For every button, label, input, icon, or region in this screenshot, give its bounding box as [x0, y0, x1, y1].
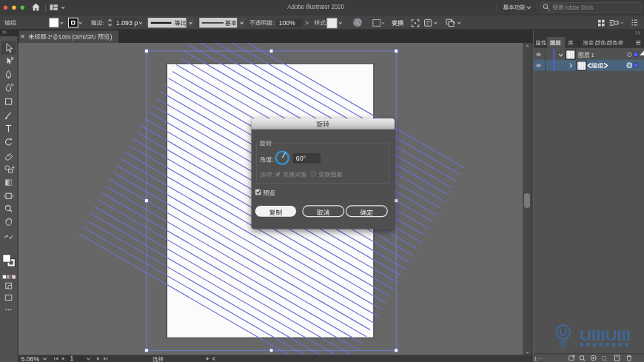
- svg-text:60°: 60°: [296, 155, 306, 162]
- svg-text:Adobe Stock: Adobe Stock: [565, 4, 594, 11]
- svg-text:100%: 100%: [279, 19, 295, 27]
- svg-text:5.06%: 5.06%: [21, 355, 40, 362]
- svg-text:1.093 p: 1.093 p: [116, 19, 138, 27]
- svg-text:1: 1: [534, 355, 537, 362]
- svg-text::: :: [272, 172, 274, 178]
- svg-text:): ): [110, 34, 113, 41]
- svg-text:1: 1: [591, 52, 594, 58]
- svg-text:Adobe Illustrator 2020: Adobe Illustrator 2020: [287, 3, 344, 10]
- svg-text:>: >: [305, 19, 309, 27]
- svg-text:...: ...: [538, 354, 543, 361]
- svg-text::: :: [272, 157, 274, 164]
- svg-text::: :: [102, 20, 104, 27]
- svg-text:UIIIUIII: UIIIUIII: [580, 326, 631, 343]
- svg-text:1: 1: [70, 355, 74, 362]
- svg-text::: :: [272, 20, 274, 27]
- svg-text:-3* @ 5.06% (CMYK/GPU: -3* @ 5.06% (CMYK/GPU: [47, 34, 95, 41]
